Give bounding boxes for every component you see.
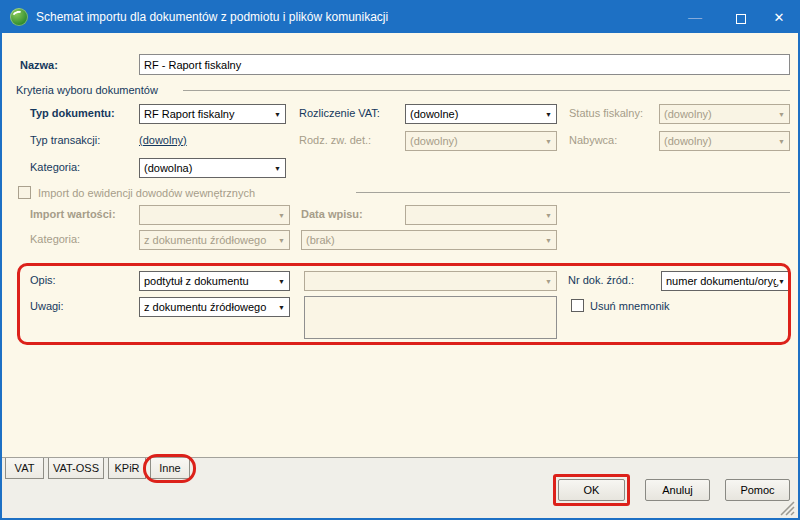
kategoria2-dropdown: z dokumentu źródłowego ▼ — [139, 230, 290, 250]
chevron-down-icon: ▼ — [543, 278, 552, 285]
status-fiskalny-dropdown: (dowolny) ▼ — [659, 104, 790, 124]
criteria-group-line — [183, 90, 790, 91]
tab-kpir[interactable]: KPiR — [108, 458, 146, 479]
tab-vat-oss[interactable]: VAT-OSS — [48, 458, 104, 479]
import-ewidencji-line — [356, 192, 790, 193]
uwagi-dropdown[interactable]: z dokumentu źródłowego ▼ — [139, 297, 290, 317]
chevron-down-icon: ▼ — [543, 138, 552, 145]
usun-mnemonik-label: Usuń mnemonik — [590, 300, 669, 312]
window-title: Schemat importu dla dokumentów z podmiot… — [36, 2, 388, 33]
nabywca-label: Nabywca: — [569, 134, 617, 146]
chevron-down-icon: ▼ — [276, 212, 285, 219]
dialog-window: Schemat importu dla dokumentów z podmiot… — [0, 0, 800, 520]
chevron-down-icon: ▼ — [276, 278, 285, 285]
kategoria-label: Kategoria: — [30, 161, 80, 173]
rozliczenie-vat-label: Rozliczenie VAT: — [299, 107, 380, 119]
nabywca-dropdown: (dowolny) ▼ — [659, 131, 790, 151]
uwagi-label: Uwagi: — [30, 300, 64, 312]
uwagi-textarea[interactable] — [304, 296, 557, 339]
maximize-icon — [736, 14, 746, 24]
import-ewidencji-label: Import do ewidencji dowodów wewnętrznych — [38, 187, 255, 199]
chevron-down-icon: ▼ — [776, 138, 785, 145]
kategoria2-label: Kategoria: — [30, 233, 80, 245]
import-ewidencji-checkbox — [18, 186, 31, 199]
tab-inne[interactable]: Inne — [150, 458, 190, 479]
opis-extra-dropdown: ▼ — [304, 271, 557, 291]
minimize-button[interactable]: — — [676, 2, 714, 33]
typ-dokumentu-dropdown[interactable]: RF Raport fiskalny ▼ — [139, 104, 286, 124]
nazwa-label: Nazwa: — [20, 59, 58, 71]
data-wpisu-dropdown: ▼ — [405, 205, 557, 225]
typ-dokumentu-label: Typ dokumentu: — [30, 107, 115, 119]
nazwa-input[interactable] — [139, 54, 790, 75]
maximize-button[interactable] — [722, 2, 760, 33]
typ-transakcji-label: Typ transakcji: — [30, 134, 100, 146]
chevron-down-icon: ▼ — [776, 111, 785, 118]
rozliczenie-vat-dropdown[interactable]: (dowolne) ▼ — [405, 104, 557, 124]
tab-vat[interactable]: VAT — [5, 458, 44, 479]
ok-button[interactable]: OK — [558, 479, 625, 501]
opis-dropdown[interactable]: podtytuł z dokumentu ▼ — [139, 271, 290, 291]
status-fiskalny-label: Status fiskalny: — [569, 107, 643, 119]
usun-mnemonik-checkbox[interactable] — [571, 299, 584, 312]
chevron-down-icon: ▼ — [776, 278, 785, 285]
anuluj-button[interactable]: Anuluj — [645, 479, 710, 501]
chevron-down-icon: ▼ — [272, 165, 281, 172]
chevron-down-icon: ▼ — [272, 111, 281, 118]
resize-grip[interactable] — [777, 500, 795, 516]
rodz-zw-det-label: Rodz. zw. det.: — [299, 134, 371, 146]
rodz-zw-det-dropdown: (dowolny) ▼ — [405, 131, 557, 151]
close-icon: ✕ — [774, 10, 785, 25]
pomoc-button[interactable]: Pomoc — [725, 479, 790, 501]
criteria-group-label: Kryteria wyboru dokumentów — [16, 84, 158, 96]
nr-dok-label: Nr dok. źród.: — [568, 274, 634, 286]
import-wartosci-label: Import wartości: — [30, 208, 116, 220]
chevron-down-icon: ▼ — [276, 237, 285, 244]
minimize-icon: — — [688, 9, 702, 25]
kategoria-dropdown[interactable]: (dowolna) ▼ — [139, 158, 286, 178]
data-format-dropdown: (brak) ▼ — [301, 230, 557, 250]
chevron-down-icon: ▼ — [543, 237, 552, 244]
opis-label: Opis: — [30, 274, 56, 286]
nr-dok-dropdown[interactable]: numer dokumentu/oryg ▼ — [661, 271, 790, 291]
data-wpisu-label: Data wpisu: — [301, 208, 363, 220]
chevron-down-icon: ▼ — [543, 111, 552, 118]
chevron-down-icon: ▼ — [276, 304, 285, 311]
close-button[interactable]: ✕ — [760, 2, 798, 33]
typ-transakcji-link[interactable]: (dowolny) — [139, 134, 187, 146]
app-logo-icon — [10, 8, 28, 26]
import-wartosci-dropdown: ▼ — [139, 205, 290, 225]
chevron-down-icon: ▼ — [543, 212, 552, 219]
